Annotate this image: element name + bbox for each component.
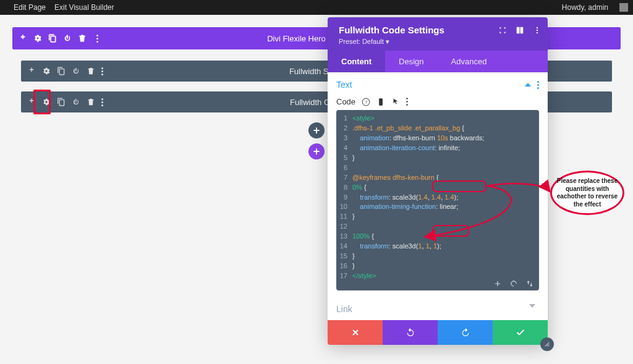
- code-line[interactable]: 3 animation: dfhs-ken-burn 10s backwards…: [336, 133, 539, 143]
- code-line[interactable]: 4 animation-iteration-count: infinite;: [336, 143, 539, 153]
- svg-point-2: [537, 32, 538, 33]
- settings-panel: Fullwidth Code Settings Preset: Default …: [328, 17, 548, 345]
- tab-advanced[interactable]: Advanced: [438, 51, 501, 72]
- more-icon[interactable]: [406, 98, 408, 106]
- admin-bar: Edit Page Exit Visual Builder Howdy, adm…: [0, 0, 633, 15]
- move-icon[interactable]: [27, 98, 36, 106]
- exit-builder-link[interactable]: Exit Visual Builder: [54, 3, 114, 12]
- annotation-callout: Please replace these quantities with eac…: [550, 171, 629, 219]
- duplicate-icon[interactable]: [48, 34, 57, 43]
- preset-label[interactable]: Preset: Default ▾: [339, 38, 537, 46]
- phone-icon[interactable]: [376, 98, 385, 106]
- group-text[interactable]: Text: [336, 77, 539, 92]
- help-icon[interactable]: ?: [362, 98, 370, 106]
- gear-icon[interactable]: [42, 67, 51, 75]
- gear-icon[interactable]: [42, 98, 51, 106]
- updown-icon[interactable]: [525, 279, 534, 288]
- trash-icon[interactable]: [87, 67, 95, 75]
- code-line[interactable]: 10 animation-timing-function: linear;: [336, 202, 539, 212]
- code-line[interactable]: 2.dfhs-1 .et_pb_slide .et_parallax_bg {: [336, 124, 539, 133]
- duplicate-icon[interactable]: [57, 67, 66, 75]
- group-link[interactable]: Link: [336, 304, 539, 314]
- code-line[interactable]: 80% {: [336, 183, 539, 193]
- settings-tabs: Content Design Advanced: [328, 51, 548, 72]
- code-line[interactable]: 6: [336, 163, 539, 173]
- more-icon[interactable]: [93, 34, 101, 43]
- panel-header: Fullwidth Code Settings Preset: Default …: [328, 17, 548, 51]
- chevron-down-icon: [529, 304, 535, 308]
- add-icon[interactable]: [493, 279, 502, 288]
- code-label: Code: [336, 97, 355, 106]
- move-icon[interactable]: [19, 34, 27, 43]
- edit-page-link[interactable]: Edit Page: [14, 3, 46, 12]
- avatar[interactable]: [619, 3, 628, 12]
- panel-footer: [328, 320, 548, 345]
- code-line[interactable]: 15}: [336, 252, 539, 261]
- resize-handle[interactable]: [540, 337, 554, 351]
- more-icon[interactable]: [537, 81, 539, 89]
- add-section-button[interactable]: +: [308, 143, 325, 159]
- undo-button[interactable]: [383, 320, 438, 345]
- code-line[interactable]: 12: [336, 222, 539, 232]
- columns-icon[interactable]: [516, 26, 524, 35]
- svg-point-0: [537, 27, 538, 28]
- save-button[interactable]: [493, 320, 548, 345]
- power-icon[interactable]: [72, 67, 80, 75]
- group-text-label: Text: [336, 80, 352, 90]
- collapse-icon[interactable]: [525, 83, 531, 87]
- code-line[interactable]: 1<style>: [336, 114, 539, 124]
- code-line[interactable]: 11}: [336, 212, 539, 222]
- svg-text:?: ?: [365, 99, 367, 104]
- code-editor[interactable]: 1<style>2.dfhs-1 .et_pb_slide .et_parall…: [336, 110, 539, 290]
- move-icon[interactable]: [27, 67, 36, 75]
- cursor-icon[interactable]: [391, 98, 400, 106]
- svg-rect-5: [379, 98, 383, 106]
- target-icon[interactable]: [498, 26, 507, 35]
- trash-icon[interactable]: [78, 34, 87, 43]
- duplicate-icon[interactable]: [57, 98, 66, 106]
- gear-icon[interactable]: [33, 34, 42, 43]
- add-row-button[interactable]: +: [308, 122, 325, 138]
- power-icon[interactable]: [63, 34, 72, 43]
- code-line[interactable]: 5}: [336, 153, 539, 163]
- group-link-label: Link: [336, 304, 352, 314]
- redo-button[interactable]: [438, 320, 493, 345]
- more-icon[interactable]: [533, 26, 542, 35]
- howdy-link[interactable]: Howdy, admin: [562, 3, 608, 12]
- svg-point-1: [537, 30, 538, 31]
- sync-icon[interactable]: [509, 279, 518, 288]
- more-icon[interactable]: [101, 98, 103, 106]
- code-line[interactable]: 13100% {: [336, 232, 539, 242]
- trash-icon[interactable]: [87, 98, 95, 106]
- code-line[interactable]: 7@keyframes dfhs-ken-burn {: [336, 173, 539, 183]
- power-icon[interactable]: [72, 98, 80, 106]
- more-icon[interactable]: [101, 67, 103, 75]
- code-line[interactable]: 16}: [336, 261, 539, 271]
- cancel-button[interactable]: [328, 320, 383, 345]
- tab-content[interactable]: Content: [328, 51, 385, 72]
- tab-design[interactable]: Design: [385, 51, 437, 72]
- code-line[interactable]: 14 transform: scale3d(1, 1, 1);: [336, 242, 539, 252]
- code-line[interactable]: 9 transform: scale3d(1.4, 1.4, 1.4);: [336, 193, 539, 203]
